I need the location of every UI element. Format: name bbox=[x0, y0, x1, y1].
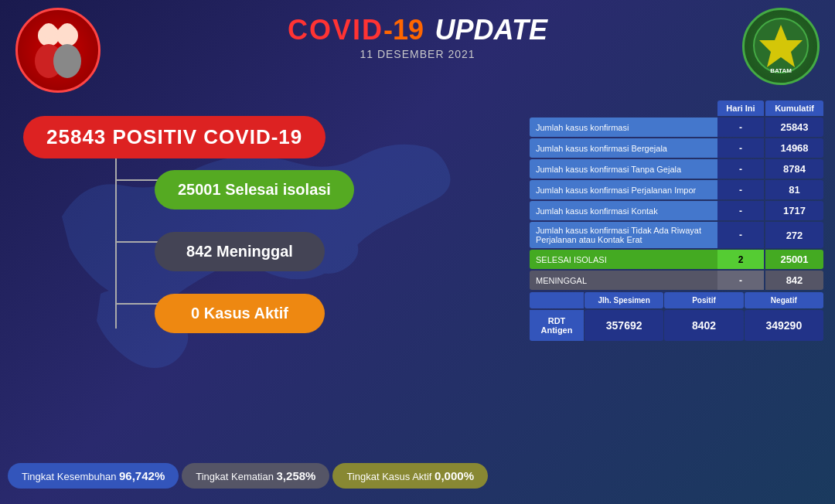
rdt-label-cell: RDT Antigen bbox=[530, 310, 584, 341]
pill-aktif: 0 Kasus Aktif bbox=[155, 294, 325, 333]
header: COVID-19 UPDATE 11 DESEMBER 2021 bbox=[0, 0, 835, 64]
row-hari-5: - bbox=[717, 222, 764, 248]
rdt-header-row: Jlh. Spesimen Positif Negatif bbox=[530, 292, 823, 308]
row-kumulatif-0: 25843 bbox=[765, 117, 823, 137]
pill-meninggal: 842 Meninggal bbox=[155, 232, 325, 271]
row-label-4: Jumlah kasus konfirmasi Kontak bbox=[530, 201, 717, 220]
rdt-positif-value: 8402 bbox=[664, 310, 743, 341]
row-hari-2: - bbox=[717, 159, 764, 179]
row-label-2: Jumlah kasus konfirmasi Tanpa Gejala bbox=[530, 159, 717, 179]
title-19: -19 bbox=[383, 14, 424, 46]
row-hari-6: 2 bbox=[717, 250, 764, 269]
svg-text:BATAM: BATAM bbox=[770, 67, 792, 74]
rdt-negatif-value: 349290 bbox=[745, 310, 823, 341]
row-kumulatif-5: 272 bbox=[765, 222, 823, 248]
bottom-stats: Tingkat Kesembuhan 96,742% Tingkat Kemat… bbox=[8, 463, 488, 489]
stat-kesembuhan: Tingkat Kesembuhan 96,742% bbox=[8, 463, 179, 489]
stat-kesembuhan-value: 96,742% bbox=[119, 469, 165, 482]
table-row: Jumlah kasus konfirmasi - 25843 bbox=[530, 117, 823, 137]
right-table: Hari Ini Kumulatif Jumlah kasus konfirma… bbox=[530, 100, 823, 341]
table-header-row: Hari Ini Kumulatif bbox=[530, 100, 823, 116]
stat-kematian: Tingkat Kematian 3,258% bbox=[182, 463, 329, 489]
row-label-5: Jumlah kasus konfirmasi Tidak Ada Riwaya… bbox=[530, 222, 717, 248]
row-label-1: Jumlah kasus konfirmasi Bergejala bbox=[530, 138, 717, 158]
row-hari-4: - bbox=[717, 201, 764, 220]
stat-aktif-bottom: Tingkat Kasus Aktif 0,000% bbox=[332, 463, 488, 489]
rdt-spesimen-value: 357692 bbox=[584, 310, 663, 341]
rdt-data-row: RDT Antigen 357692 8402 349290 bbox=[530, 310, 823, 341]
row-hari-7: - bbox=[717, 271, 764, 290]
row-kumulatif-6: 25001 bbox=[765, 250, 823, 269]
pill-selesai: 25001 Selesai isolasi bbox=[155, 170, 354, 209]
th-hari: Hari Ini bbox=[717, 100, 764, 116]
rdt-col-spesimen: Jlh. Spesimen bbox=[584, 292, 663, 308]
rdt-col-positif: Positif bbox=[664, 292, 743, 308]
table-row: Jumlah kasus konfirmasi Tidak Ada Riwaya… bbox=[530, 222, 823, 248]
title-covid: COVID bbox=[288, 14, 383, 46]
row-label-3: Jumlah kasus konfirmasi Perjalanan Impor bbox=[530, 180, 717, 199]
stat-kesembuhan-label: Tingkat Kesembuhan bbox=[22, 471, 116, 482]
row-kumulatif-3: 81 bbox=[765, 180, 823, 199]
stat-kematian-label: Tingkat Kematian bbox=[196, 471, 274, 482]
table-row-meninggal: MENINGGAL - 842 bbox=[530, 271, 823, 290]
row-kumulatif-7: 842 bbox=[765, 271, 823, 290]
rdt-col-negatif: Negatif bbox=[745, 292, 823, 308]
row-hari-3: - bbox=[717, 180, 764, 199]
table-row: Jumlah kasus konfirmasi Bergejala - 1496… bbox=[530, 138, 823, 158]
row-label-0: Jumlah kasus konfirmasi bbox=[530, 117, 717, 137]
positive-badge-text: 25843 POSITIV COVID-19 bbox=[46, 125, 302, 148]
rdt-section: Jlh. Spesimen Positif Negatif RDT Antige… bbox=[530, 292, 823, 341]
row-label-7: MENINGGAL bbox=[530, 271, 717, 290]
stat-kematian-value: 3,258% bbox=[277, 469, 316, 482]
title-update: UPDATE bbox=[435, 14, 547, 46]
row-kumulatif-1: 14968 bbox=[765, 138, 823, 158]
row-hari-0: - bbox=[717, 117, 764, 137]
rdt-label-header bbox=[530, 292, 584, 308]
th-kumulatif: Kumulatif bbox=[765, 100, 823, 116]
row-label-6: SELESAI ISOLASI bbox=[530, 250, 717, 269]
table-row: Jumlah kasus konfirmasi Tanpa Gejala - 8… bbox=[530, 159, 823, 179]
row-hari-1: - bbox=[717, 138, 764, 158]
positive-badge: 25843 POSITIV COVID-19 bbox=[23, 116, 325, 158]
row-kumulatif-2: 8784 bbox=[765, 159, 823, 179]
table-row-selesai: SELESAI ISOLASI 2 25001 bbox=[530, 250, 823, 269]
pill-aktif-text: 0 Kasus Aktif bbox=[191, 305, 288, 322]
table-row: Jumlah kasus konfirmasi Kontak - 1717 bbox=[530, 201, 823, 220]
table-row: Jumlah kasus konfirmasi Perjalanan Impor… bbox=[530, 180, 823, 199]
pill-meninggal-text: 842 Meninggal bbox=[186, 243, 293, 260]
row-kumulatif-4: 1717 bbox=[765, 201, 823, 220]
pill-selesai-text: 25001 Selesai isolasi bbox=[178, 181, 331, 198]
header-date: 11 DESEMBER 2021 bbox=[0, 48, 835, 60]
stat-aktif-label: Tingkat Kasus Aktif bbox=[346, 471, 431, 482]
stat-aktif-value: 0,000% bbox=[435, 469, 474, 482]
